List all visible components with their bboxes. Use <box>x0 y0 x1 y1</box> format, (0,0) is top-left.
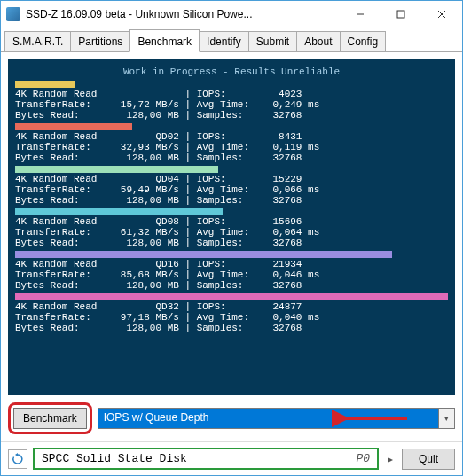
bench-row: 4K Random Read QD02 | IOPS: 8431 <box>15 131 448 142</box>
bench-row: Bytes Read: 128,00 MB | Samples: 32768 <box>15 195 448 206</box>
benchmark-bar <box>15 81 75 88</box>
benchmark-block: 4K Random Read QD02 | IOPS: 8431Transfer… <box>15 123 448 163</box>
benchmark-controls: Benchmark IOPS w/ Queue Depth ▾ <box>8 402 455 434</box>
annotation-arrow-icon <box>332 410 412 427</box>
benchmark-bar <box>15 293 448 300</box>
bench-row: Bytes Read: 128,00 MB | Samples: 32768 <box>15 280 448 291</box>
bench-row: 4K Random Read QD16 | IOPS: 21934 <box>15 259 448 269</box>
bench-row: Bytes Read: 128,00 MB | Samples: 32768 <box>15 152 448 163</box>
benchmark-button-highlight: Benchmark <box>8 402 92 434</box>
close-button[interactable] <box>421 1 462 27</box>
benchmark-block: 4K Random Read QD08 | IOPS: 15696Transfe… <box>15 208 448 248</box>
tab-partitions[interactable]: Partitions <box>70 31 130 51</box>
svg-rect-1 <box>397 11 404 18</box>
bench-row: Bytes Read: 128,00 MB | Samples: 32768 <box>15 110 448 121</box>
bench-row: TransferRate: 32,93 MB/s | Avg Time: 0,1… <box>15 142 448 152</box>
benchmark-block: 4K Random Read QD32 | IOPS: 24877Transfe… <box>15 293 448 333</box>
bench-row: TransferRate: 97,18 MB/s | Avg Time: 0,0… <box>15 312 448 323</box>
bench-row: Bytes Read: 128,00 MB | Samples: 32768 <box>15 323 448 333</box>
status-bar: SPCC Solid State Disk P0 ▸ Quit <box>1 441 462 475</box>
disk-name: SPCC Solid State Disk <box>42 452 187 465</box>
dropdown-selected: IOPS w/ Queue Depth <box>98 409 438 428</box>
dropdown-selected-label: IOPS w/ Queue Depth <box>104 411 209 424</box>
tab-benchmark[interactable]: Benchmark <box>129 29 200 52</box>
benchmark-block: 4K Random Read QD04 | IOPS: 15229Transfe… <box>15 166 448 206</box>
bench-row: 4K Random Read QD32 | IOPS: 24877 <box>15 301 448 312</box>
tab-identify[interactable]: Identify <box>199 31 249 51</box>
tab-about[interactable]: About <box>296 31 340 51</box>
chevron-right-icon[interactable]: ▸ <box>384 453 396 465</box>
benchmark-block: 4K Random Read QD16 | IOPS: 21934Transfe… <box>15 251 448 291</box>
window-title: SSD-Z 16.09.09 beta - Unknown Silicon Po… <box>26 8 340 20</box>
disk-selector[interactable]: SPCC Solid State Disk P0 <box>33 448 379 470</box>
minimize-button[interactable] <box>340 1 381 27</box>
tab-config[interactable]: Config <box>340 31 387 51</box>
benchmark-button[interactable]: Benchmark <box>13 408 87 429</box>
bench-row: TransferRate: 61,32 MB/s | Avg Time: 0,0… <box>15 227 448 238</box>
benchmark-bar <box>15 166 218 173</box>
benchmark-mode-dropdown[interactable]: IOPS w/ Queue Depth ▾ <box>98 408 455 429</box>
quit-button[interactable]: Quit <box>402 449 455 470</box>
maximize-button[interactable] <box>381 1 421 27</box>
bench-row: TransferRate: 59,49 MB/s | Avg Time: 0,0… <box>15 184 448 195</box>
tab-smart[interactable]: S.M.A.R.T. <box>4 31 71 51</box>
refresh-icon <box>12 453 24 465</box>
bench-row: TransferRate: 15,72 MB/s | Avg Time: 0,2… <box>15 99 448 110</box>
tab-submit[interactable]: Submit <box>248 31 297 51</box>
bench-row: TransferRate: 85,68 MB/s | Avg Time: 0,0… <box>15 269 448 280</box>
app-icon <box>6 7 20 21</box>
bench-row: 4K Random Read | IOPS: 4023 <box>15 89 448 99</box>
bench-row: 4K Random Read QD04 | IOPS: 15229 <box>15 174 448 184</box>
bench-row: Bytes Read: 128,00 MB | Samples: 32768 <box>15 238 448 248</box>
tab-bar: S.M.A.R.T.PartitionsBenchmarkIdentifySub… <box>1 27 462 52</box>
bench-row: 4K Random Read QD08 | IOPS: 15696 <box>15 216 448 227</box>
refresh-button[interactable] <box>8 449 27 469</box>
chevron-down-icon[interactable]: ▾ <box>438 409 454 428</box>
benchmark-status-text: Work in Progress - Results Unreliable <box>15 66 448 77</box>
benchmark-output: Work in Progress - Results Unreliable 4K… <box>8 59 455 395</box>
titlebar: SSD-Z 16.09.09 beta - Unknown Silicon Po… <box>1 1 462 27</box>
benchmark-bar <box>15 208 223 215</box>
app-window: SSD-Z 16.09.09 beta - Unknown Silicon Po… <box>0 0 463 476</box>
disk-port: P0 <box>356 452 370 465</box>
benchmark-block: 4K Random Read | IOPS: 4023TransferRate:… <box>15 81 448 121</box>
tab-content: Work in Progress - Results Unreliable 4K… <box>1 52 462 441</box>
benchmark-bar <box>15 251 392 258</box>
benchmark-bar <box>15 123 132 130</box>
